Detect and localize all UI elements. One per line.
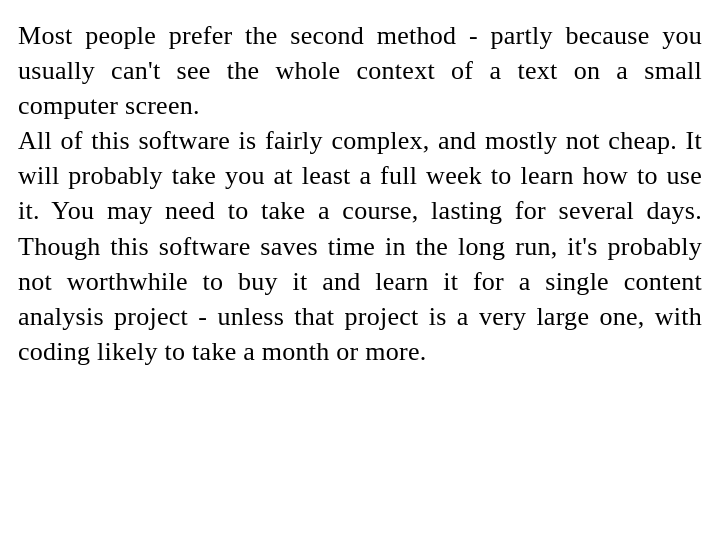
main-paragraph: Most people prefer the second method - p… xyxy=(18,18,702,369)
text-container: Most people prefer the second method - p… xyxy=(0,0,720,540)
